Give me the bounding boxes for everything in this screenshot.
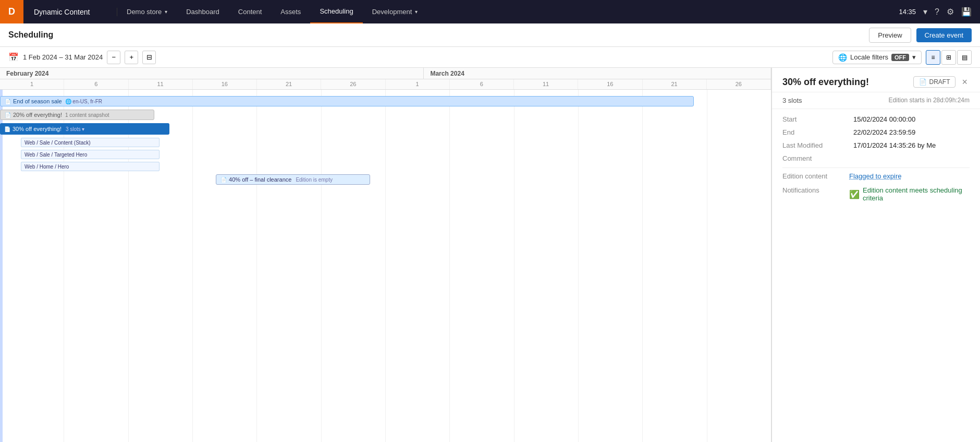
create-event-button[interactable]: Create event xyxy=(916,28,972,42)
event-40off[interactable]: 📄 40% off – final clearance Edition is e… xyxy=(216,174,370,185)
event-30off-slots[interactable]: 3 slots ▾ xyxy=(66,126,84,132)
rp-start-row: Start 15/02/2024 00:00:00 xyxy=(782,115,970,123)
rp-title: 30% off everything! xyxy=(782,77,869,88)
locale-filter[interactable]: 🌐 Locale filters OFF ▾ xyxy=(832,51,922,64)
month-headers: February 2024 March 2024 xyxy=(0,68,771,79)
day-col-1: 1 xyxy=(0,79,64,89)
filter-button[interactable]: ⊟ xyxy=(142,51,156,64)
nav-assets[interactable]: Assets xyxy=(271,0,310,23)
day-col-m16: 16 xyxy=(578,79,642,89)
notification-text: Edition content meets scheduling criteri… xyxy=(863,186,970,202)
edition-content-label: Edition content xyxy=(782,172,845,180)
doc-icon-30: 📄 xyxy=(4,126,10,132)
rp-details: Start 15/02/2024 00:00:00 End 22/02/2024… xyxy=(772,109,980,208)
sub-header: Scheduling Preview Create event xyxy=(0,23,980,47)
feb-month-label: February 2024 xyxy=(0,68,424,79)
event-row-20off: 📄 20% off everything! 1 content snapshot xyxy=(0,109,771,121)
view-compact-button[interactable]: ▤ xyxy=(957,50,972,65)
nav-scheduling[interactable]: Scheduling xyxy=(310,0,362,23)
top-nav: D Dynamic Content Demo store ▾ Dashboard… xyxy=(0,0,980,23)
filter-icon: ⊟ xyxy=(146,53,152,61)
app-logo: D xyxy=(0,0,23,23)
app-brand: Dynamic Content xyxy=(23,8,117,16)
end-value: 22/02/2024 23:59:59 xyxy=(853,128,915,136)
start-value: 15/02/2024 00:00:00 xyxy=(853,115,915,123)
globe-small-icon: 🌐 xyxy=(65,99,71,104)
draft-label: DRAFT xyxy=(929,78,950,86)
rp-comment-row: Comment xyxy=(782,154,970,162)
nav-development[interactable]: Development ▾ xyxy=(363,0,427,23)
event-row-30off: 📄 30% off everything! 3 slots ▾ xyxy=(0,122,771,136)
date-minus-button[interactable]: − xyxy=(107,51,120,64)
locale-filter-status: OFF xyxy=(891,54,909,61)
event-40off-note: Edition is empty xyxy=(296,177,333,183)
sub-header-right: Preview Create event xyxy=(869,28,972,43)
day-col-26: 26 xyxy=(321,79,385,89)
flagged-to-expire-link[interactable]: Flagged to expire xyxy=(849,172,901,180)
preview-button[interactable]: Preview xyxy=(869,28,911,43)
days-header: 1 6 11 16 21 26 1 6 11 16 21 26 xyxy=(0,79,771,90)
calendar-panel: February 2024 March 2024 1 6 11 16 21 26… xyxy=(0,68,771,442)
right-panel: 30% off everything! 📄 DRAFT × 3 slots Ed… xyxy=(771,68,980,442)
nav-dashboard[interactable]: Dashboard xyxy=(177,0,229,23)
view-list-button[interactable]: ≡ xyxy=(926,50,940,65)
locale-caret-icon: ▾ xyxy=(912,53,916,61)
start-label: Start xyxy=(782,115,845,123)
event-season-label: End of season sale xyxy=(13,98,62,104)
main-layout: February 2024 March 2024 1 6 11 16 21 26… xyxy=(0,68,980,442)
draft-badge[interactable]: 📄 DRAFT xyxy=(913,76,956,88)
slot-row-1: Web / Sale / Content (Stack) xyxy=(0,137,771,148)
event-season-locale: 🌐 en-US, fr-FR xyxy=(65,99,102,104)
nav-store[interactable]: Demo store ▾ xyxy=(117,0,177,23)
doc-icon-40: 📄 xyxy=(220,177,227,183)
day-col-16: 16 xyxy=(193,79,257,89)
nav-right: 14:35 ▾ ? ⚙ 💾 xyxy=(899,7,980,17)
locale-filter-label: Locale filters xyxy=(850,53,888,61)
date-range: 1 Feb 2024 – 31 Mar 2024 xyxy=(23,53,103,61)
rp-modified-row: Last Modified 17/01/2024 14:35:26 by Me xyxy=(782,141,970,149)
slots-caret-icon: ▾ xyxy=(82,126,84,132)
event-20off[interactable]: 📄 20% off everything! 1 content snapshot xyxy=(0,110,154,120)
doc-icon: 📄 xyxy=(5,99,11,104)
slot-bar-1[interactable]: Web / Sale / Content (Stack) xyxy=(21,138,160,147)
end-label: End xyxy=(782,128,845,136)
close-button[interactable]: × xyxy=(960,77,970,88)
help-icon[interactable]: ? xyxy=(935,7,939,17)
sub-header-left: Scheduling xyxy=(8,30,53,40)
check-circle-icon: ✅ xyxy=(849,189,860,199)
rp-slots-row: 3 slots Edition starts in 28d:09h:24m xyxy=(772,92,980,109)
event-40off-label: 40% off – final clearance xyxy=(229,176,291,183)
calendar-icon: 📅 xyxy=(8,52,19,62)
view-buttons: ≡ ⊞ ▤ xyxy=(926,50,972,65)
last-modified-label: Last Modified xyxy=(782,141,845,149)
nav-time: 14:35 xyxy=(899,8,916,16)
date-plus-button[interactable]: + xyxy=(125,51,138,64)
view-grid-button[interactable]: ⊞ xyxy=(941,50,956,65)
nav-content[interactable]: Content xyxy=(229,0,272,23)
rp-end-row: End 22/02/2024 23:59:59 xyxy=(782,128,970,136)
slot-row-2: Web / Sale / Targeted Hero xyxy=(0,149,771,160)
mar-month-label: March 2024 xyxy=(424,68,771,79)
slots-label: 3 slots xyxy=(782,97,802,104)
toolbar-left: 📅 1 Feb 2024 – 31 Mar 2024 − + ⊟ xyxy=(8,51,156,64)
save-icon[interactable]: 💾 xyxy=(961,7,972,17)
day-col-6: 6 xyxy=(64,79,128,89)
event-end-of-season[interactable]: 📄 End of season sale 🌐 en-US, fr-FR xyxy=(0,96,694,106)
rp-divider xyxy=(782,168,970,168)
event-row-40off: 📄 40% off – final clearance Edition is e… xyxy=(0,173,771,186)
rp-edition-row: Edition content Flagged to expire xyxy=(782,172,970,180)
day-col-m6: 6 xyxy=(450,79,514,89)
toolbar: 📅 1 Feb 2024 – 31 Mar 2024 − + ⊟ 🌐 Local… xyxy=(0,47,980,68)
event-row-season: 📄 End of season sale 🌐 en-US, fr-FR xyxy=(0,95,771,107)
slot-bar-3[interactable]: Web / Home / Hero xyxy=(21,162,160,171)
settings-icon[interactable]: ⚙ xyxy=(947,7,954,17)
edition-starts: Edition starts in 28d:09h:24m xyxy=(889,97,970,104)
comment-label: Comment xyxy=(782,154,845,162)
slot-row-3: Web / Home / Hero xyxy=(0,161,771,172)
slot-bar-2[interactable]: Web / Sale / Targeted Hero xyxy=(21,150,160,159)
event-30off[interactable]: 📄 30% off everything! 3 slots ▾ xyxy=(0,123,169,135)
event-30off-label: 30% off everything! xyxy=(13,126,62,132)
store-caret-icon: ▾ xyxy=(165,9,167,15)
caret-up-icon[interactable]: ▾ xyxy=(923,7,927,17)
events-layer: 📄 End of season sale 🌐 en-US, fr-FR 📄 20… xyxy=(0,90,771,442)
